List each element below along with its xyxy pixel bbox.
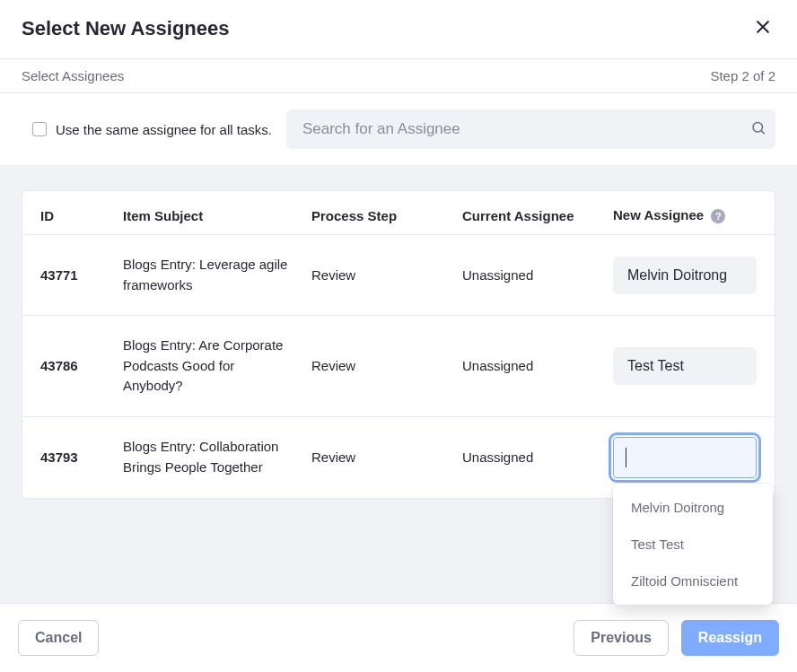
close-icon (754, 18, 772, 36)
col-header-current: Current Assignee (451, 191, 602, 235)
modal-footer: Cancel Previous Reassign (0, 603, 797, 672)
new-assignee-input-wrap: Melvin Doitrong Test Test Ziltoid Omnisc… (613, 437, 757, 478)
help-icon[interactable]: ? (711, 209, 725, 223)
new-assignee-select[interactable]: Melvin Doitrong (613, 257, 757, 294)
select-assignees-modal: Select New Assignees Select Assignees St… (0, 0, 797, 672)
checkbox-box (32, 122, 47, 136)
assignee-dropdown: Melvin Doitrong Test Test Ziltoid Omnisc… (613, 484, 773, 605)
modal-title: Select New Assignees (22, 17, 230, 40)
cell-current: Unassigned (451, 316, 602, 417)
footer-right: Previous Reassign (574, 620, 779, 656)
same-assignee-checkbox[interactable]: Use the same assignee for all tasks. (32, 122, 272, 137)
col-header-new: New Assignee ? (602, 191, 775, 235)
cell-id: 43786 (22, 316, 112, 417)
svg-line-3 (761, 131, 764, 134)
table-card: ID Item Subject Process Step Current Ass… (22, 190, 775, 499)
table-row: 43786 Blogs Entry: Are Corporate Podcast… (22, 316, 775, 417)
dropdown-option[interactable]: Test Test (613, 526, 773, 563)
text-caret (626, 448, 626, 467)
cell-current: Unassigned (451, 416, 602, 498)
checkbox-label: Use the same assignee for all tasks. (56, 122, 272, 137)
previous-button[interactable]: Previous (574, 620, 669, 656)
cell-id: 43771 (22, 235, 112, 316)
table-row: 43793 Blogs Entry: Collaboration Brings … (22, 416, 775, 498)
table-area: ID Item Subject Process Step Current Ass… (0, 165, 797, 603)
svg-point-2 (753, 123, 763, 133)
dropdown-option[interactable]: Ziltoid Omniscient (613, 563, 773, 599)
cell-subject: Blogs Entry: Leverage agile frameworks (112, 235, 301, 316)
cancel-button[interactable]: Cancel (18, 620, 99, 656)
cell-step: Review (301, 316, 451, 417)
table-header-row: ID Item Subject Process Step Current Ass… (22, 191, 775, 235)
cell-step: Review (301, 416, 451, 498)
cell-new: Melvin Doitrong Test Test Ziltoid Omnisc… (602, 416, 775, 498)
filter-row: Use the same assignee for all tasks. (0, 93, 797, 165)
wizard-subheader: Select Assignees Step 2 of 2 (0, 58, 797, 93)
dropdown-option[interactable]: Melvin Doitrong (613, 489, 773, 526)
cell-subject: Blogs Entry: Are Corporate Podcasts Good… (112, 316, 301, 417)
search-wrapper (286, 109, 775, 149)
cell-id: 43793 (22, 416, 112, 498)
cell-subject: Blogs Entry: Collaboration Brings People… (112, 416, 301, 498)
new-assignee-input[interactable] (613, 437, 757, 478)
col-header-subject: Item Subject (112, 191, 301, 235)
cell-new: Melvin Doitrong (602, 235, 775, 316)
subheader-left: Select Assignees (22, 68, 124, 83)
cell-step: Review (301, 235, 451, 316)
close-button[interactable] (750, 14, 775, 42)
col-header-step: Process Step (301, 191, 451, 235)
new-assignee-select[interactable]: Test Test (613, 347, 757, 385)
search-input[interactable] (286, 109, 775, 149)
cell-new: Test Test (602, 316, 775, 417)
search-button[interactable] (750, 120, 766, 139)
assignees-table: ID Item Subject Process Step Current Ass… (22, 191, 775, 498)
reassign-button[interactable]: Reassign (681, 620, 779, 656)
step-indicator: Step 2 of 2 (710, 68, 775, 83)
cell-current: Unassigned (451, 235, 602, 316)
col-header-id: ID (22, 191, 112, 235)
search-icon (750, 120, 766, 136)
table-row: 43771 Blogs Entry: Leverage agile framew… (22, 235, 775, 316)
modal-header: Select New Assignees (0, 0, 797, 58)
